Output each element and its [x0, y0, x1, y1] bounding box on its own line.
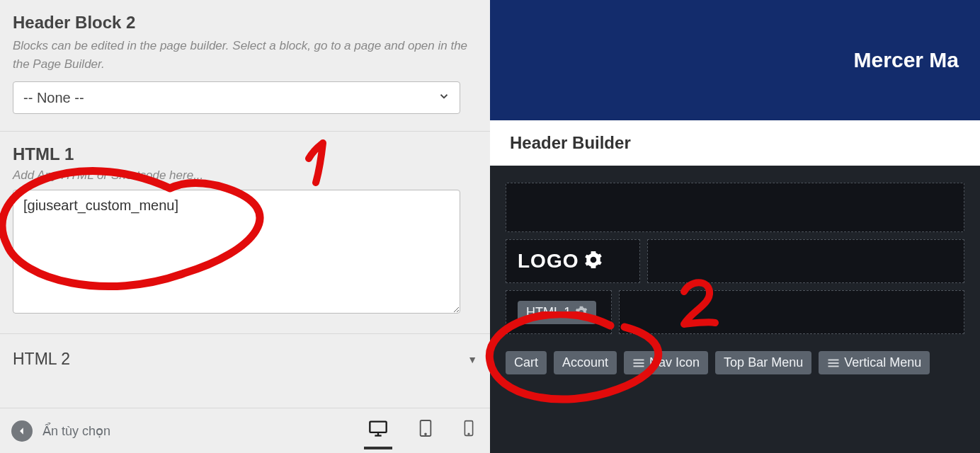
caret-down-icon: ▼: [467, 354, 477, 365]
device-tablet-button[interactable]: [414, 413, 438, 448]
gear-icon: [575, 306, 588, 319]
hide-controls-label: Ẩn tùy chọn: [42, 423, 110, 439]
site-header-preview: Mercer Ma: [490, 0, 980, 120]
builder-logo-slot[interactable]: LOGO: [506, 239, 640, 283]
customizer-scroll: Header Block 2 Blocks can be edited in t…: [0, 0, 490, 408]
section-divider: [0, 333, 490, 334]
html-1-textarea[interactable]: [13, 190, 460, 314]
palette-chip-nav-icon[interactable]: Nav Icon: [624, 351, 708, 374]
palette-chip-top-bar-menu[interactable]: Top Bar Menu: [715, 351, 811, 374]
section-header-block-2: Header Block 2 Blocks can be edited in t…: [13, 13, 477, 114]
builder-row-main: LOGO: [506, 239, 964, 283]
customizer-footer: Ẩn tùy chọn: [0, 408, 490, 453]
header-block-2-select[interactable]: -- None --: [13, 81, 460, 114]
palette-chip-vertical-menu[interactable]: Vertical Menu: [819, 351, 930, 374]
builder-row-main-rest[interactable]: [647, 239, 964, 283]
accordion-title: HTML 2: [13, 350, 70, 369]
builder-row-top[interactable]: [506, 183, 964, 232]
html-1-chip[interactable]: HTML 1: [518, 301, 596, 324]
builder-element-palette: Cart Account Nav Icon Top Bar Menu Verti…: [506, 351, 964, 374]
header-builder-title: Header Builder: [490, 120, 980, 166]
gear-icon[interactable]: [584, 251, 603, 272]
builder-html1-slot[interactable]: HTML 1: [506, 290, 612, 334]
collapse-left-icon: [11, 420, 33, 442]
select-display[interactable]: -- None --: [13, 81, 460, 114]
device-preview-tabs: [364, 413, 479, 449]
header-builder-area: LOGO HTML 1 Cart Account Nav: [490, 166, 980, 453]
chip-label: HTML 1: [526, 305, 571, 320]
device-desktop-button[interactable]: [364, 413, 392, 449]
section-html-1: HTML 1 Add Any HTML or Shortcode here...: [13, 144, 477, 316]
section-description: Blocks can be edited in the page builder…: [13, 37, 477, 73]
section-title: HTML 1: [13, 144, 477, 164]
hamburger-icon: [827, 357, 840, 369]
customizer-left-panel: Header Block 2 Blocks can be edited in t…: [0, 0, 490, 453]
section-divider: [0, 131, 490, 132]
svg-point-7: [468, 433, 469, 435]
builder-row-bottom-rest[interactable]: [619, 290, 964, 334]
hamburger-icon: [632, 357, 645, 369]
builder-row-bottom: HTML 1: [506, 290, 964, 334]
palette-chip-account[interactable]: Account: [554, 351, 617, 374]
svg-point-5: [425, 433, 426, 435]
section-html-2-accordion[interactable]: HTML 2 ▼: [0, 350, 490, 369]
preview-right-panel: Mercer Ma Header Builder LOGO HTML 1: [490, 0, 980, 453]
site-title: Mercer Ma: [854, 48, 959, 72]
device-mobile-button[interactable]: [459, 413, 479, 448]
svg-marker-0: [20, 428, 23, 434]
logo-label: LOGO: [518, 250, 579, 273]
section-title: Header Block 2: [13, 13, 477, 33]
svg-rect-1: [370, 421, 386, 432]
section-hint: Add Any HTML or Shortcode here...: [13, 168, 477, 183]
palette-chip-cart[interactable]: Cart: [506, 351, 547, 374]
hide-controls-button[interactable]: Ẩn tùy chọn: [11, 420, 110, 442]
